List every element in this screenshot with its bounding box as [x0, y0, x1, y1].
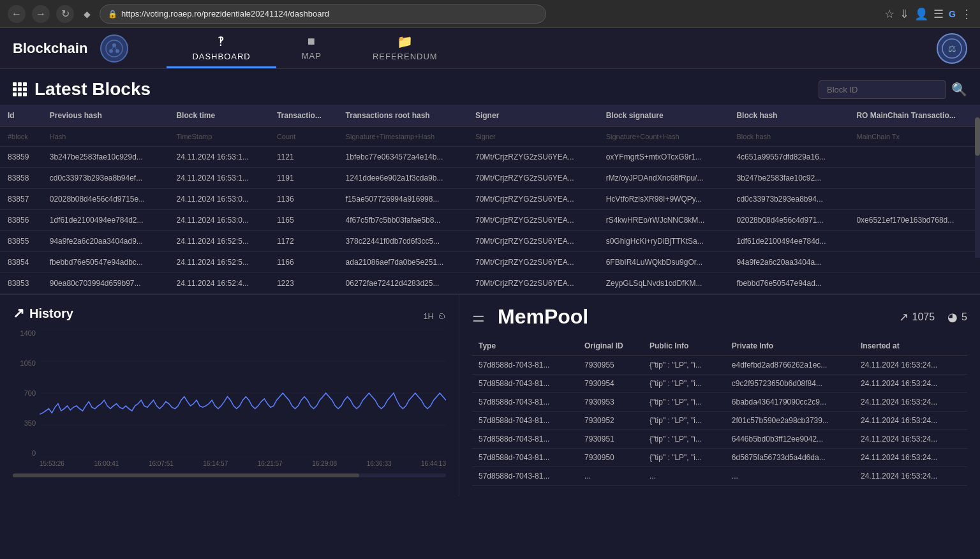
chart-area: 1400 1050 700 350 0 — [13, 329, 446, 470]
mempool-col-private-info: Private Info — [725, 336, 854, 356]
crop-icon: ⚌ — [472, 309, 485, 325]
nav-tabs: ‽ DASHBOARD ■ MAP 📁 REFERENDUM — [167, 29, 463, 68]
col-id: Id — [0, 105, 42, 127]
tab-referendum-label: REFERENDUM — [373, 52, 438, 61]
mempool-table-row[interactable]: 57d8588d-7043-81...7930952{"tip" : "LP",… — [472, 412, 967, 430]
grammarly-icon[interactable]: G — [949, 9, 956, 19]
col-block-sig: Block signature — [598, 105, 729, 127]
col-block-hash: Block hash — [729, 105, 849, 127]
bottom-section: ↗ History 1H ⏲ 1400 1050 700 350 0 — [0, 294, 980, 496]
tab-map-label: MAP — [302, 51, 322, 61]
dashboard-icon: ‽ — [218, 34, 225, 49]
table-row[interactable]: 838593b247be2583fae10c929d...24.11.2024 … — [0, 147, 980, 168]
shield-icon: ◆ — [80, 8, 93, 20]
history-icon: ◕ — [947, 310, 958, 324]
mempool-table-row[interactable]: 57d8588d-7043-81...7930950{"tip" : "LP",… — [472, 449, 967, 467]
blocks-table: Id Previous hash Block time Transactio..… — [0, 105, 980, 294]
main-content: Latest Blocks 🔍 Id Previous hash Block t… — [0, 69, 980, 496]
chart-scrollbar[interactable] — [13, 473, 446, 477]
profile-icon[interactable]: 👤 — [914, 7, 928, 21]
table-row[interactable]: 83858cd0c33973b293ea8b94ef...24.11.2024 … — [0, 168, 980, 189]
chart-scrollbar-thumb[interactable] — [13, 473, 359, 477]
mempool-table: Type Original ID Public Info Private Inf… — [472, 336, 967, 486]
mempool-panel: ⚌ MemPool ↗ 1075 ◕ 5 Type — [459, 295, 980, 496]
browser-chrome: ← → ↻ ◆ 🔒 https://voting.roaep.ro/prezid… — [0, 0, 980, 28]
url-bar[interactable]: 🔒 https://voting.roaep.ro/prezidentiale2… — [100, 4, 546, 24]
tab-map[interactable]: ■ MAP — [276, 29, 347, 68]
search-button[interactable]: 🔍 — [951, 82, 967, 97]
forward-button[interactable]: → — [32, 5, 50, 23]
chart-x-labels: 15:53:26 16:00:41 16:07:51 16:14:57 16:2… — [40, 457, 446, 470]
section-title-latest-blocks: Latest Blocks — [13, 79, 151, 100]
map-icon: ■ — [308, 34, 316, 48]
mempool-table-row[interactable]: 57d8588d-7043-81...7930955{"tip" : "LP",… — [472, 356, 967, 375]
url-text: https://voting.roaep.ro/prezidentiale202… — [121, 9, 329, 19]
blocks-table-container: Id Previous hash Block time Transactio..… — [0, 105, 980, 294]
bookmark-icon[interactable]: ☆ — [884, 7, 895, 21]
mempool-table-row[interactable]: 57d8588d-7043-81...7930953{"tip" : "LP",… — [472, 393, 967, 412]
mempool-table-row[interactable]: 57d8588d-7043-81...7930954{"tip" : "LP",… — [472, 375, 967, 393]
extensions-icon[interactable]: ☰ — [933, 7, 944, 21]
mempool-table-row[interactable]: 57d8588d-7043-81............24.11.2024 1… — [472, 467, 967, 486]
browser-actions: ☆ ⇓ 👤 ☰ G ⋮ — [884, 7, 972, 21]
mempool-col-public-info: Public Info — [643, 336, 725, 356]
app-nav: Blockchain ‽ DASHBOARD ■ MAP 📁 REFERENDU… — [0, 28, 980, 69]
col-prev-hash: Previous hash — [42, 105, 169, 127]
search-area: 🔍 — [819, 80, 967, 99]
table-row[interactable]: 8385594a9fe2a6c20aa3404ad9...24.11.2024 … — [0, 231, 980, 252]
mempool-col-type: Type — [472, 336, 578, 356]
col-signer: Signer — [468, 105, 598, 127]
history-header: ↗ History 1H ⏲ — [13, 305, 446, 327]
mempool-col-original-id: Original ID — [578, 336, 643, 356]
table-scrollbar[interactable] — [975, 105, 980, 258]
app-title: Blockchain — [13, 40, 87, 57]
trending-icon: ↗ — [899, 310, 909, 324]
table-row[interactable]: 838561df61de2100494ee784d2...24.11.2024 … — [0, 210, 980, 231]
download-icon[interactable]: ⇓ — [900, 7, 909, 21]
stat-mempool-count: ◕ 5 — [947, 310, 967, 324]
left-logo — [100, 34, 128, 63]
mempool-stats: ↗ 1075 ◕ 5 — [899, 310, 968, 324]
history-panel: ↗ History 1H ⏲ 1400 1050 700 350 0 — [0, 295, 459, 496]
tab-referendum[interactable]: 📁 REFERENDUM — [347, 29, 463, 68]
col-block-time: Block time — [168, 105, 269, 127]
col-mainchain: RO MainChain Transactio... — [849, 105, 980, 127]
table-header-row: Id Previous hash Block time Transactio..… — [0, 105, 980, 127]
table-row[interactable]: 8385390ea80c703994d659b97...24.11.2024 1… — [0, 273, 980, 294]
tab-dashboard[interactable]: ‽ DASHBOARD — [167, 29, 276, 68]
tab-dashboard-label: DASHBOARD — [192, 52, 250, 61]
table-row[interactable]: 83854fbebbd76e50547e94adbc...24.11.2024 … — [0, 252, 980, 273]
chart-y-labels: 1400 1050 700 350 0 — [13, 329, 38, 457]
col-transactions: Transactio... — [269, 105, 338, 127]
svg-text:⚖: ⚖ — [948, 43, 956, 54]
latest-blocks-header: Latest Blocks 🔍 — [0, 69, 980, 105]
mempool-title: MemPool — [498, 305, 588, 329]
chart-canvas — [40, 329, 446, 457]
lock-icon: 🔒 — [108, 10, 117, 19]
history-title: ↗ History — [13, 305, 73, 322]
table-ghost-row: #blockHashTimeStampCountSignature+Timest… — [0, 127, 980, 147]
table-row[interactable]: 8385702028b08d4e56c4d9715e...24.11.2024 … — [0, 189, 980, 210]
scrollbar-thumb[interactable] — [975, 117, 980, 156]
history-icon: ↗ — [13, 305, 24, 322]
refresh-button[interactable]: ↻ — [56, 5, 74, 23]
block-id-search[interactable] — [819, 80, 946, 99]
right-logo: ⚖ — [937, 33, 967, 64]
mempool-table-row[interactable]: 57d8588d-7043-81...7930951{"tip" : "LP",… — [472, 430, 967, 449]
col-tx-root-hash: Transactions root hash — [338, 105, 468, 127]
grid-icon — [13, 82, 27, 96]
mempool-col-inserted-at: Inserted at — [854, 336, 967, 356]
clock-icon: ⏲ — [438, 311, 446, 321]
svg-point-0 — [106, 40, 122, 57]
mempool-header: ⚌ MemPool ↗ 1075 ◕ 5 — [472, 305, 967, 329]
menu-icon[interactable]: ⋮ — [961, 7, 972, 21]
back-button[interactable]: ← — [8, 5, 26, 23]
time-control[interactable]: 1H ⏲ — [423, 311, 446, 321]
referendum-icon: 📁 — [397, 34, 413, 49]
chart-svg — [40, 329, 446, 457]
mempool-header-row: Type Original ID Public Info Private Inf… — [472, 336, 967, 356]
stat-transactions: ↗ 1075 — [899, 310, 935, 324]
